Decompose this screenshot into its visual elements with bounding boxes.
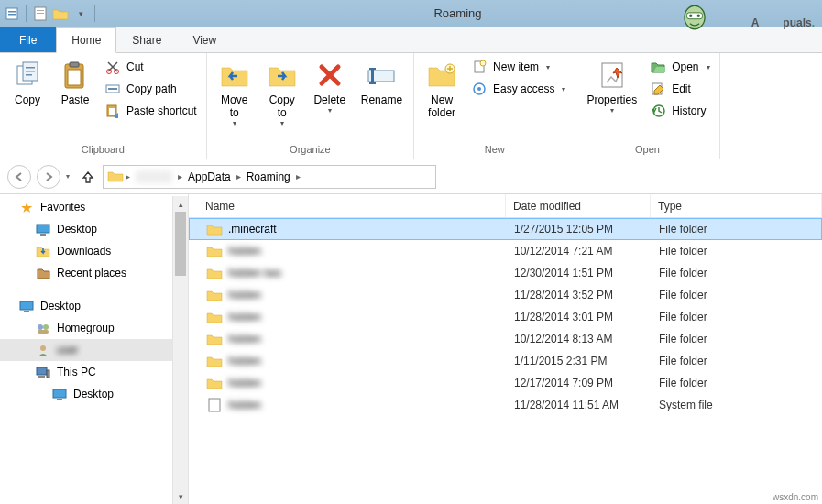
breadcrumb-appdata[interactable]: AppData [184, 170, 235, 183]
address-bar[interactable]: ▸ ▸ AppData ▸ Roaming ▸ [103, 165, 436, 189]
chevron-right-icon[interactable]: ▸ [236, 171, 241, 181]
breadcrumb-roaming[interactable]: Roaming [243, 170, 294, 183]
sidebar-scrollbar[interactable]: ▴ ▾ [172, 196, 188, 504]
paste-button[interactable]: Paste [53, 57, 97, 108]
table-row[interactable]: hidden11/28/2014 3:52 PMFile folder [189, 284, 822, 306]
navigation-bar: ▾ ▸ ▸ AppData ▸ Roaming ▸ [0, 159, 822, 194]
file-date: 11/28/2014 3:52 PM [507, 289, 652, 301]
chevron-down-icon: ▾ [707, 63, 710, 71]
tree-this-pc[interactable]: This PC [0, 361, 188, 383]
chevron-right-icon[interactable]: ▸ [296, 171, 301, 181]
breadcrumb-user[interactable] [132, 170, 176, 183]
file-name: hidden [228, 355, 261, 367]
properties-label: Properties [586, 93, 637, 106]
delete-button[interactable]: Delete [308, 57, 352, 116]
scroll-down-icon[interactable]: ▾ [173, 488, 188, 504]
chevron-right-icon[interactable]: ▸ [178, 171, 182, 181]
source-url: wsxdn.com [773, 492, 818, 502]
svg-rect-28 [369, 82, 376, 84]
table-row[interactable]: hidden10/12/2014 7:21 AMFile folder [189, 240, 822, 262]
table-row[interactable]: hidden11/28/2014 11:51 AMSystem file [189, 394, 822, 416]
copy-path-button[interactable]: Copy path [101, 79, 201, 99]
delete-icon [313, 59, 346, 92]
desktop-icon [35, 222, 51, 236]
copy-to-button[interactable]: Copy to [260, 57, 304, 129]
tree-downloads[interactable]: Downloads [0, 240, 188, 262]
edit-button[interactable]: Edit [646, 79, 713, 99]
table-row[interactable]: hidden1/11/2015 2:31 PMFile folder [189, 350, 822, 372]
move-to-label: Move to [221, 93, 247, 119]
qat-dropdown-icon[interactable]: ▾ [72, 5, 89, 22]
tree-favorites[interactable]: ★ Favorites [0, 196, 188, 218]
column-name[interactable]: Name [189, 194, 506, 217]
folder-icon[interactable] [52, 5, 69, 22]
quick-access-toolbar: ▾ [4, 5, 97, 22]
tree-homegroup[interactable]: Homegroup [0, 317, 188, 339]
folder-icon [206, 376, 223, 390]
table-row[interactable]: hidden10/12/2014 8:13 AMFile folder [189, 328, 822, 350]
copy-to-icon [266, 59, 299, 92]
recent-locations-dropdown[interactable]: ▾ [66, 172, 73, 181]
new-folder-button[interactable]: New folder [420, 57, 464, 121]
folder-icon [206, 288, 223, 302]
move-to-button[interactable]: Move to [213, 57, 257, 129]
table-row[interactable]: hidden two12/30/2014 1:51 PMFile folder [189, 262, 822, 284]
tree-recent-places[interactable]: Recent places [0, 262, 188, 284]
new-item-icon [471, 59, 488, 75]
file-name: hidden [228, 311, 261, 323]
open-label: Open [672, 60, 698, 73]
scroll-thumb[interactable] [175, 212, 186, 276]
table-row[interactable]: .minecraft1/27/2015 12:05 PMFile folder [189, 218, 822, 240]
scroll-up-icon[interactable]: ▴ [173, 196, 188, 212]
open-button[interactable]: Open ▾ [646, 57, 713, 77]
paste-shortcut-button[interactable]: Paste shortcut [101, 101, 201, 121]
svg-rect-45 [37, 367, 47, 375]
new-item-button[interactable]: New item ▾ [467, 57, 569, 77]
tree-user[interactable]: user [0, 339, 188, 361]
file-type: File folder [652, 267, 821, 279]
file-name: hidden two [228, 267, 281, 279]
copy-to-label: Copy to [269, 93, 295, 119]
folder-icon [206, 332, 223, 346]
up-button[interactable] [79, 168, 97, 186]
file-name: hidden [228, 245, 261, 257]
back-button[interactable] [7, 165, 31, 189]
tab-home[interactable]: Home [56, 27, 116, 53]
chevron-down-icon: ▾ [546, 63, 550, 71]
paste-icon [59, 59, 92, 92]
svg-rect-48 [53, 389, 66, 398]
forward-button[interactable] [37, 165, 60, 189]
table-row[interactable]: hidden12/17/2014 7:09 PMFile folder [189, 372, 822, 394]
file-date: 12/30/2014 1:51 PM [507, 267, 652, 279]
tree-label: Favorites [40, 201, 85, 214]
svg-rect-13 [26, 67, 35, 69]
column-type[interactable]: Type [651, 194, 822, 217]
move-to-icon [218, 59, 251, 92]
svg-rect-4 [37, 10, 44, 11]
tab-file[interactable]: File [0, 27, 56, 52]
tab-share[interactable]: Share [116, 27, 177, 52]
cut-button[interactable]: Cut [101, 57, 201, 77]
tab-view[interactable]: View [177, 27, 232, 52]
tree-label: Desktop [40, 300, 81, 312]
column-date-modified[interactable]: Date modified [506, 194, 651, 217]
chevron-right-icon[interactable]: ▸ [126, 171, 130, 181]
content-area: ★ Favorites Desktop Downloads Recent pla… [0, 194, 822, 504]
new-doc-icon[interactable] [32, 5, 49, 22]
tree-desktop-fav[interactable]: Desktop [0, 218, 188, 240]
easy-access-button[interactable]: Easy access ▾ [467, 79, 569, 99]
properties-button[interactable]: Properties [581, 57, 642, 116]
table-row[interactable]: hidden11/28/2014 3:01 PMFile folder [189, 306, 822, 328]
properties-icon[interactable] [4, 5, 20, 22]
rename-button[interactable]: Rename [356, 57, 408, 108]
history-button[interactable]: History [646, 101, 713, 121]
tree-desktop-child[interactable]: Desktop [0, 383, 188, 405]
group-label-organize: Organize [213, 142, 408, 157]
group-label-new: New [420, 142, 569, 157]
tree-desktop-root[interactable]: Desktop [0, 295, 188, 317]
copy-button[interactable]: Copy [5, 57, 49, 108]
desktop-icon [18, 299, 35, 313]
folder-icon [107, 170, 124, 184]
copy-icon [11, 59, 44, 92]
file-type: File folder [652, 333, 821, 345]
